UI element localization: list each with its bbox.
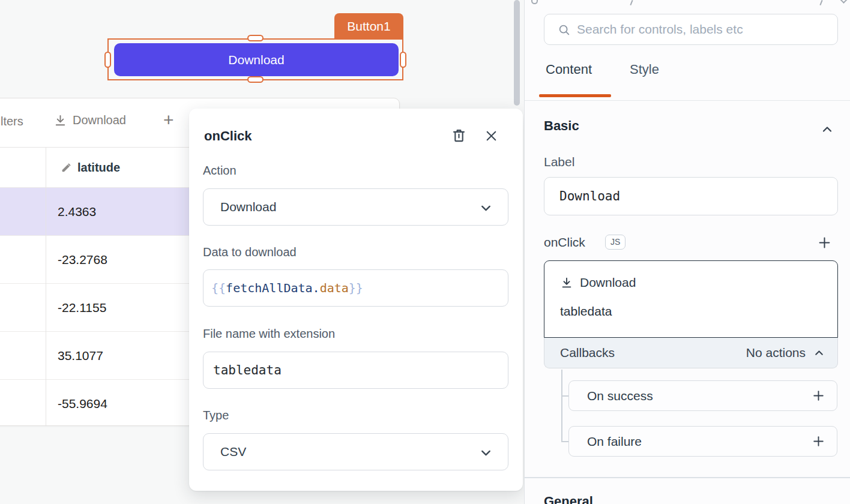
callback-connector-line: [561, 370, 562, 442]
section-heading-basic: Basic: [544, 118, 579, 134]
trash-icon: [451, 127, 467, 143]
app-builder-screen: Button1 Download lters Download +: [0, 0, 850, 504]
type-select-value: CSV: [220, 445, 246, 459]
column-header-latitude[interactable]: latitude: [61, 161, 120, 175]
download-icon: [53, 113, 67, 127]
add-action-button[interactable]: [816, 235, 833, 251]
code-dot: .: [313, 281, 320, 295]
chevron-down-icon: [478, 445, 493, 460]
plus-icon: [811, 434, 826, 449]
action-select[interactable]: Download: [203, 188, 508, 226]
action-card-file: tabledata: [560, 304, 612, 319]
section-heading-general: General: [544, 494, 593, 504]
on-success-label: On success: [587, 389, 653, 403]
on-failure-row[interactable]: On failure: [568, 426, 837, 457]
tab-content[interactable]: Content: [546, 62, 592, 77]
download-button-widget[interactable]: Download: [114, 43, 399, 76]
pencil-icon: [61, 161, 73, 173]
table-download-label: Download: [73, 113, 126, 127]
callbacks-toggle[interactable]: Callbacks No actions: [544, 338, 838, 368]
action-select-value: Download: [220, 200, 276, 214]
type-label: Type: [203, 409, 229, 422]
resize-handle-top[interactable]: [247, 35, 264, 41]
callbacks-label: Callbacks: [560, 346, 615, 360]
table-filters-button[interactable]: lters: [1, 115, 23, 128]
chevron-up-icon: [813, 347, 825, 359]
active-tab-indicator: [539, 94, 611, 97]
on-failure-label: On failure: [587, 434, 642, 449]
js-toggle-badge[interactable]: JS: [605, 235, 625, 250]
on-success-row[interactable]: On success: [568, 380, 837, 411]
widget-name-label: Button1: [347, 19, 390, 34]
cell-latitude: 2.4363: [58, 205, 96, 219]
action-label: Action: [203, 164, 237, 178]
property-search: [544, 14, 838, 45]
chevron-up-icon: [820, 122, 834, 137]
onclick-action-card[interactable]: Download tabledata Callbacks No actions: [544, 260, 838, 368]
divider: [525, 100, 850, 101]
data-to-download-label: Data to download: [203, 245, 297, 259]
action-card-summary[interactable]: Download tabledata: [544, 260, 838, 338]
table-download-button[interactable]: Download: [53, 113, 126, 127]
cell-latitude: -55.9694: [58, 397, 107, 411]
tab-style[interactable]: Style: [630, 62, 659, 77]
type-select[interactable]: CSV: [203, 433, 508, 470]
column-header-label: latitude: [77, 161, 120, 175]
clipped-header-fragment: [531, 0, 538, 4]
callbacks-status: No actions: [746, 346, 806, 360]
chevron-down-icon: [478, 200, 493, 215]
cell-latitude: 35.1077: [58, 349, 103, 363]
code-object: fetchAllData: [226, 281, 313, 295]
resize-handle-right[interactable]: [400, 52, 406, 68]
file-name-value: tabledata: [213, 363, 282, 377]
file-name-field[interactable]: tabledata: [203, 352, 508, 389]
download-icon: [560, 276, 573, 289]
chevron-up-icon: [820, 500, 834, 504]
label-field-title: Label: [544, 155, 574, 169]
onclick-action-popover: onClick Action Download Data to download…: [189, 109, 523, 491]
search-icon: [558, 23, 571, 37]
canvas-scrollbar-thumb[interactable]: [514, 0, 520, 106]
collapse-basic-button[interactable]: [820, 122, 834, 137]
resize-handle-left[interactable]: [104, 52, 111, 68]
data-to-download-field[interactable]: {{fetchAllData.data}}: [203, 269, 508, 307]
file-name-label: File name with extension: [203, 327, 335, 341]
callback-connector-line: [561, 395, 568, 397]
action-card-action: Download: [580, 275, 636, 290]
label-input[interactable]: [544, 177, 838, 215]
clipped-header-fragment: [840, 0, 848, 4]
plus-icon: [816, 235, 833, 251]
column-divider: [46, 148, 46, 425]
cell-latitude: -23.2768: [58, 253, 107, 267]
divider: [525, 477, 850, 478]
clipped-header-fragment: [819, 0, 822, 5]
code-close-braces: }}: [349, 281, 363, 295]
collapse-general-button[interactable]: [820, 500, 834, 504]
widget-name-tag[interactable]: Button1: [334, 13, 403, 40]
plus-icon: [811, 388, 826, 403]
table-add-row-button[interactable]: +: [163, 110, 174, 130]
delete-action-button[interactable]: [451, 127, 467, 143]
close-icon[interactable]: [484, 128, 499, 143]
onclick-property-label: onClick: [544, 235, 585, 250]
code-property: data: [320, 281, 349, 295]
code-open-braces: {{: [211, 281, 226, 295]
search-input[interactable]: [577, 14, 829, 44]
popover-title: onClick: [204, 128, 252, 144]
property-pane: Content Style Basic Label onClick JS Dow…: [524, 0, 850, 504]
clipped-header-fragment: [630, 0, 633, 5]
cell-latitude: -22.1155: [58, 301, 106, 315]
callback-connector-line: [561, 441, 568, 442]
resize-handle-bottom[interactable]: [247, 76, 264, 83]
